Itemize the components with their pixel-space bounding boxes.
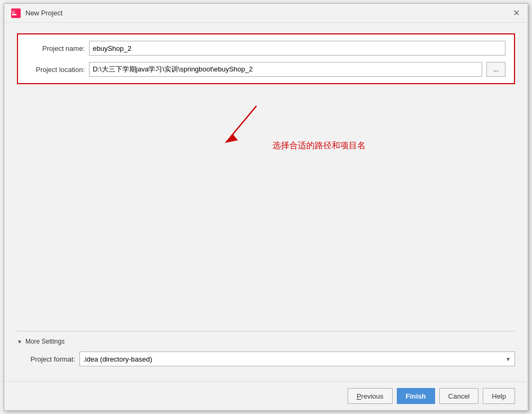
dialog-footer: Previous Finish Cancel Help — [4, 381, 528, 410]
spacer — [17, 175, 515, 322]
browse-button[interactable]: ... — [486, 62, 506, 77]
more-settings-content: Project format: .idea (directory-based) … — [17, 347, 515, 366]
title-bar: IJ New Project ✕ — [4, 4, 528, 23]
project-format-select[interactable]: .idea (directory-based) .ipr (file based… — [79, 352, 515, 366]
dialog-content: Project name: Project location: ... 选择合适… — [4, 23, 528, 381]
svg-text:IJ: IJ — [12, 10, 15, 14]
more-settings-section: ▼ More Settings Project format: .idea (d… — [17, 331, 515, 371]
project-name-row: Project name: — [26, 41, 506, 56]
annotation-text: 选择合适的路径和项目名 — [272, 140, 366, 151]
cancel-button[interactable]: Cancel — [439, 388, 478, 404]
project-location-input[interactable] — [89, 62, 482, 77]
more-settings-toggle[interactable]: ▼ More Settings — [17, 336, 515, 347]
title-bar-left: IJ New Project — [11, 8, 63, 19]
arrow-container: 选择合适的路径和项目名 — [209, 103, 366, 151]
project-location-row: Project location: ... — [26, 62, 506, 77]
chevron-down-icon: ▼ — [17, 339, 22, 345]
project-name-label: Project name: — [26, 44, 85, 52]
close-button[interactable]: ✕ — [511, 8, 521, 19]
annotation-area: 选择合适的路径和项目名 — [17, 103, 515, 167]
new-project-dialog: IJ New Project ✕ Project name: Project l… — [4, 3, 528, 411]
finish-label: Finish — [406, 392, 426, 400]
project-format-wrapper: .idea (directory-based) .ipr (file based… — [79, 352, 515, 366]
more-settings-label: More Settings — [25, 338, 65, 345]
finish-button[interactable]: Finish — [397, 388, 435, 404]
project-name-input[interactable] — [89, 41, 506, 56]
previous-button[interactable]: Previous — [348, 388, 393, 404]
help-button[interactable]: Help — [483, 388, 515, 404]
previous-label: Previous — [357, 392, 384, 400]
svg-line-3 — [230, 106, 256, 138]
project-format-row: Project format: .idea (directory-based) … — [17, 352, 515, 366]
dialog-title: New Project — [25, 9, 63, 17]
intellij-icon: IJ — [11, 8, 21, 19]
svg-rect-1 — [12, 14, 16, 15]
annotation-arrow — [209, 103, 272, 146]
form-area: Project name: Project location: ... — [17, 33, 515, 84]
project-format-label: Project format: — [17, 355, 75, 363]
project-location-label: Project location: — [26, 66, 85, 74]
